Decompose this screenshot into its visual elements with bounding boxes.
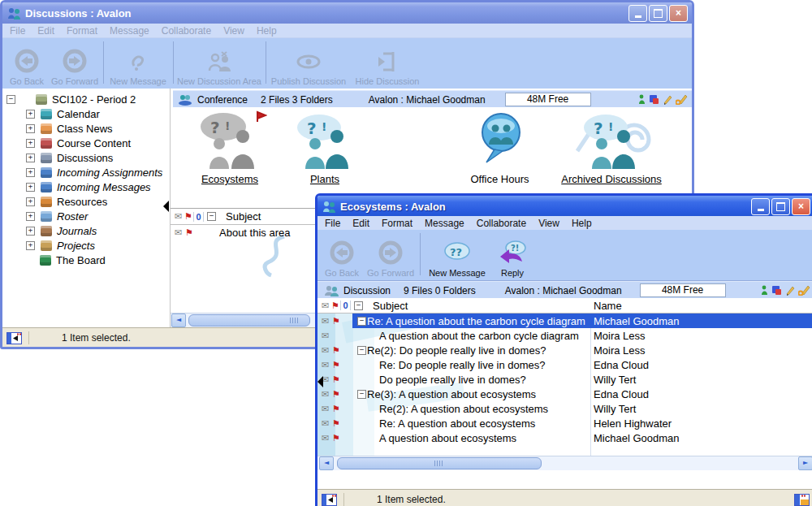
menu-message[interactable]: Message bbox=[425, 218, 464, 229]
message-row[interactable]: ✉ ⚑ Re: Do people really live in domes? … bbox=[317, 357, 812, 372]
tree-item-roster[interactable]: + Roster bbox=[26, 209, 88, 223]
expand-icon[interactable]: + bbox=[26, 227, 35, 236]
close-button[interactable]: × bbox=[792, 198, 810, 215]
item-ecosystems[interactable]: ? ! Ecosystems bbox=[185, 109, 274, 185]
collapse-all-icon[interactable]: − bbox=[207, 212, 216, 221]
minimize-button[interactable] bbox=[628, 5, 647, 22]
flag-icon: ⚑ bbox=[331, 345, 341, 356]
menu-edit[interactable]: Edit bbox=[352, 218, 369, 229]
menu-file[interactable]: File bbox=[10, 25, 25, 37]
close-button[interactable]: × bbox=[669, 5, 688, 22]
tree-item-resources[interactable]: + Resources bbox=[26, 194, 107, 209]
message-row[interactable]: ✉ ⚑ Re(2): A question about ecosystems W… bbox=[317, 401, 812, 416]
go-forward-button[interactable]: Go Forward bbox=[50, 41, 100, 87]
collapse-thread-icon[interactable]: − bbox=[357, 346, 366, 355]
expand-icon[interactable]: + bbox=[26, 197, 35, 206]
go-forward-button[interactable]: Go Forward bbox=[365, 233, 417, 279]
item-label[interactable]: Plants bbox=[284, 173, 365, 185]
horizontal-scrollbar[interactable]: ◄ ► bbox=[317, 456, 812, 470]
menu-view[interactable]: View bbox=[223, 25, 244, 37]
expand-icon[interactable]: + bbox=[26, 241, 35, 250]
tree-root-sci102[interactable]: − SCI102 - Period 2 bbox=[6, 92, 136, 106]
expand-icon[interactable]: + bbox=[26, 124, 35, 133]
tree-item-incoming-assignments[interactable]: + Incoming Assignments bbox=[26, 165, 162, 179]
minimize-button[interactable] bbox=[751, 198, 770, 215]
svg-text:!: ! bbox=[608, 120, 613, 133]
envelope-icon: ✉ bbox=[320, 418, 330, 429]
item-archived-discussions[interactable]: ? ! Archived Discussions bbox=[551, 110, 672, 185]
expand-icon[interactable]: + bbox=[26, 212, 35, 221]
message-row[interactable]: ✉ A question about the carbon cycle diag… bbox=[317, 328, 812, 343]
envelope-icon: ✉ bbox=[320, 404, 330, 414]
tree-item-the-board[interactable]: The Board bbox=[40, 253, 106, 267]
menu-view[interactable]: View bbox=[538, 218, 559, 229]
tree-item-incoming-messages[interactable]: + Incoming Messages bbox=[26, 179, 151, 194]
expand-icon[interactable]: + bbox=[26, 154, 35, 162]
tree-item-journals[interactable]: + Journals bbox=[26, 223, 97, 238]
pane-splitter-arrow[interactable] bbox=[317, 376, 323, 387]
menu-format[interactable]: Format bbox=[382, 218, 412, 229]
menu-help[interactable]: Help bbox=[572, 218, 592, 229]
item-office-hours[interactable]: Office Hours bbox=[453, 110, 546, 185]
new-discussion-area-button[interactable]: New Discussion Area bbox=[176, 41, 262, 87]
item-plants[interactable]: ? ! Plants bbox=[284, 110, 365, 185]
collapse-all-icon[interactable]: − bbox=[354, 301, 363, 310]
subject-cell: Re(2): A question about ecosystems bbox=[379, 403, 548, 415]
titlebar[interactable]: Discussions : Avalon × bbox=[2, 2, 692, 24]
message-row[interactable]: ✉ ⚑ − Re(2): Do people really live in do… bbox=[317, 343, 812, 357]
titlebar[interactable]: Ecosystems : Avalon × bbox=[317, 196, 812, 217]
tree-item-calendar[interactable]: + Calendar bbox=[26, 106, 100, 121]
name-column-header[interactable]: Name bbox=[594, 300, 622, 312]
item-label[interactable]: Office Hours bbox=[453, 173, 546, 185]
pane-splitter-arrow[interactable] bbox=[163, 201, 169, 212]
collapse-thread-icon[interactable]: − bbox=[357, 317, 366, 326]
new-discussion-area-icon bbox=[205, 50, 233, 74]
panel-toggle-icon[interactable] bbox=[322, 493, 337, 506]
item-label[interactable]: Archived Discussions bbox=[551, 173, 672, 185]
menu-format[interactable]: Format bbox=[67, 25, 97, 37]
reply-button[interactable]: ?! Reply bbox=[493, 233, 532, 279]
menu-file[interactable]: File bbox=[325, 218, 340, 229]
new-message-button[interactable]: New Message bbox=[106, 41, 170, 87]
tree-item-discussions[interactable]: + Discussions bbox=[26, 150, 113, 165]
tree-item-course-content[interactable]: + Course Content bbox=[26, 136, 131, 150]
subject-column-header[interactable]: Subject bbox=[226, 210, 261, 223]
tree-item-class-news[interactable]: + Class News bbox=[26, 121, 113, 136]
menu-collaborate[interactable]: Collaborate bbox=[477, 218, 526, 229]
expand-icon[interactable]: + bbox=[26, 183, 35, 192]
new-message-button[interactable]: ?? New Message bbox=[423, 233, 491, 279]
message-row[interactable]: ✉ ⚑ − Re: A question about the carbon cy… bbox=[317, 314, 812, 328]
maximize-button[interactable] bbox=[649, 5, 667, 22]
scrollbar-thumb[interactable] bbox=[337, 457, 542, 469]
maximize-button[interactable] bbox=[771, 198, 790, 215]
hide-discussion-button[interactable]: Hide Discussion bbox=[350, 41, 425, 87]
tree-item-projects[interactable]: + Projects bbox=[26, 238, 95, 253]
publish-discussion-button[interactable]: Publish Discussion bbox=[269, 41, 348, 87]
message-row[interactable]: ✉ ⚑ Do people really live in domes? Will… bbox=[317, 372, 812, 387]
scrollbar-thumb[interactable] bbox=[188, 314, 310, 327]
menu-message[interactable]: Message bbox=[110, 25, 149, 37]
item-label[interactable]: Ecosystems bbox=[185, 173, 274, 185]
expand-icon[interactable]: + bbox=[26, 168, 35, 177]
menu-collaborate[interactable]: Collaborate bbox=[162, 25, 211, 37]
subject-cell: Re(3): A question about ecosystems bbox=[367, 388, 536, 400]
go-back-button[interactable]: Go Back bbox=[321, 233, 363, 279]
message-row[interactable]: ✉ ⚑ Re: A question about ecosystems Hele… bbox=[317, 416, 812, 430]
expand-icon[interactable]: + bbox=[26, 139, 35, 148]
message-row[interactable]: ✉ ⚑ A question about ecosystems Michael … bbox=[317, 430, 812, 445]
panel-toggle-icon[interactable] bbox=[6, 331, 22, 344]
collapse-icon[interactable]: − bbox=[6, 95, 15, 104]
menu-help[interactable]: Help bbox=[257, 25, 277, 37]
subject-column-header[interactable]: Subject bbox=[373, 300, 408, 312]
list-header[interactable]: ✉ ⚑ 0 − Subject Name bbox=[317, 298, 812, 314]
go-back-button[interactable]: Go Back bbox=[6, 41, 48, 87]
collapse-thread-icon[interactable]: − bbox=[357, 390, 366, 399]
scroll-right-button[interactable]: ► bbox=[798, 456, 812, 470]
scroll-left-button[interactable]: ◄ bbox=[171, 314, 186, 327]
expand-icon[interactable]: + bbox=[26, 110, 35, 119]
view-mode-icon[interactable] bbox=[794, 493, 810, 506]
menu-edit[interactable]: Edit bbox=[37, 25, 54, 37]
message-row[interactable]: ✉ ⚑ − Re(3): A question about ecosystems… bbox=[317, 387, 812, 401]
item-counts: 9 Files 0 Folders bbox=[404, 285, 476, 296]
scroll-left-button[interactable]: ◄ bbox=[319, 456, 334, 470]
